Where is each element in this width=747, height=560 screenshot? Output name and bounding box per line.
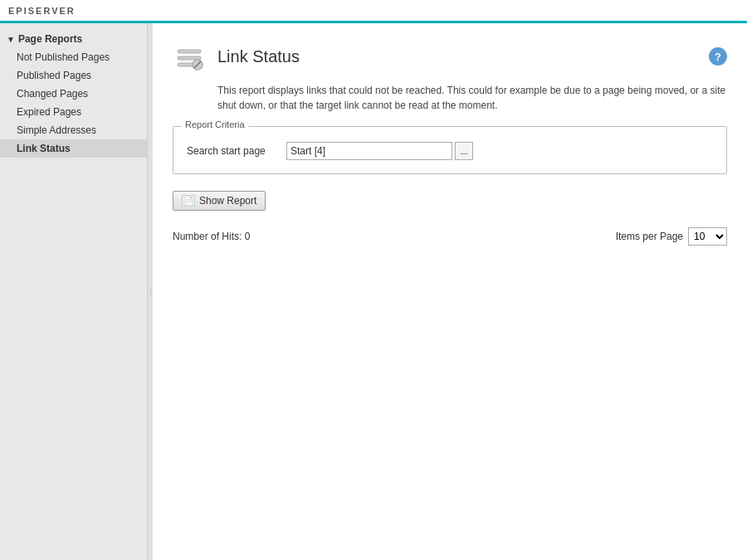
link-status-icon bbox=[173, 40, 206, 73]
browse-button[interactable]: ... bbox=[455, 142, 473, 160]
help-icon[interactable]: ? bbox=[709, 47, 727, 66]
page-description: This report displays links that could no… bbox=[217, 83, 727, 113]
sidebar-item-simple-addresses[interactable]: Simple Addresses bbox=[0, 121, 147, 139]
show-report-button[interactable]: 📄 Show Report bbox=[173, 191, 266, 211]
layout: ▼ Page Reports Not Published Pages Publi… bbox=[0, 23, 747, 560]
items-per-page-select[interactable]: 10 20 50 100 bbox=[688, 227, 727, 246]
criteria-row: Search start page ... bbox=[187, 142, 713, 160]
sidebar: ▼ Page Reports Not Published Pages Publi… bbox=[0, 23, 148, 560]
report-btn-icon: 📄 bbox=[182, 195, 195, 207]
items-per-page-control: Items per Page 10 20 50 100 bbox=[616, 227, 727, 246]
sidebar-item-link-status[interactable]: Link Status bbox=[0, 139, 147, 158]
items-per-page-label: Items per Page bbox=[616, 231, 683, 242]
page-title: Link Status bbox=[217, 47, 709, 66]
main-content: Link Status ? This report displays links… bbox=[153, 23, 747, 560]
sidebar-group-page-reports[interactable]: ▼ Page Reports bbox=[0, 30, 147, 48]
sidebar-item-published[interactable]: Published Pages bbox=[0, 66, 147, 85]
sidebar-item-expired[interactable]: Expired Pages bbox=[0, 103, 147, 121]
expand-arrow-icon: ▼ bbox=[7, 35, 15, 44]
sidebar-group-label: Page Reports bbox=[18, 33, 82, 45]
sidebar-item-not-published[interactable]: Not Published Pages bbox=[0, 48, 147, 66]
sidebar-item-changed[interactable]: Changed Pages bbox=[0, 85, 147, 103]
logo: EPiServer bbox=[8, 4, 76, 17]
search-start-input[interactable] bbox=[286, 142, 452, 160]
page-header: Link Status ? bbox=[173, 40, 727, 73]
svg-rect-2 bbox=[178, 63, 194, 66]
report-criteria-legend: Report Criteria bbox=[182, 119, 248, 129]
search-start-label: Search start page bbox=[187, 145, 286, 157]
top-bar: EPiServer bbox=[0, 0, 747, 23]
hits-text: Number of Hits: 0 bbox=[173, 231, 250, 242]
svg-rect-0 bbox=[178, 50, 201, 53]
bottom-row: Number of Hits: 0 Items per Page 10 20 5… bbox=[173, 227, 727, 246]
report-criteria-box: Report Criteria Search start page ... bbox=[173, 126, 727, 174]
